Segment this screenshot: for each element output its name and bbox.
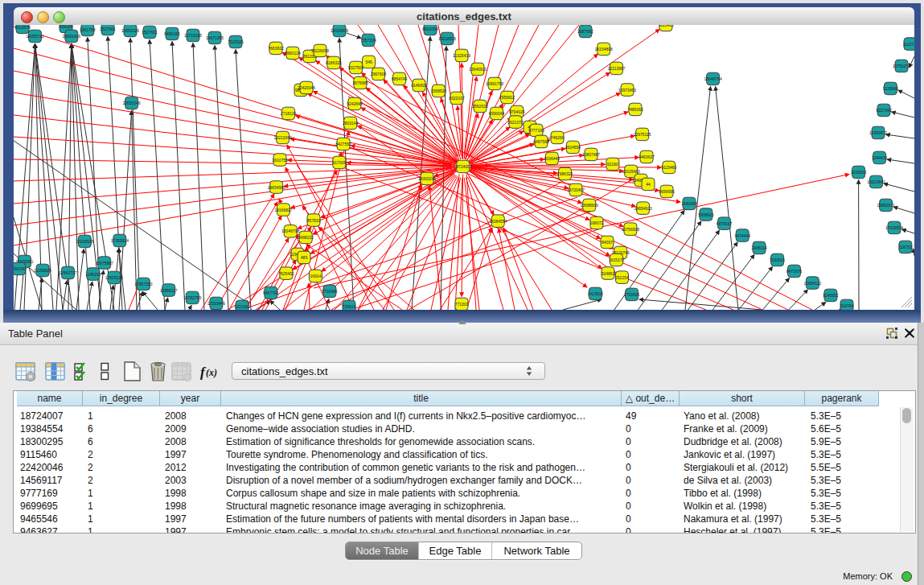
svg-text:12213369: 12213369	[273, 135, 291, 140]
svg-text:12505135: 12505135	[105, 275, 123, 280]
svg-text:524861: 524861	[602, 271, 615, 276]
svg-text:16782759: 16782759	[183, 295, 201, 300]
svg-text:116753: 116753	[899, 245, 913, 249]
svg-text:8322037: 8322037	[449, 96, 465, 101]
svg-text:62160: 62160	[607, 162, 618, 167]
svg-text:22420046: 22420046	[298, 85, 315, 90]
svg-text:8990044: 8990044	[489, 111, 505, 116]
svg-text:11325419: 11325419	[453, 53, 470, 58]
svg-text:917006: 917006	[332, 160, 346, 165]
svg-text:746266: 746266	[551, 135, 565, 140]
svg-text:14055721: 14055721	[26, 34, 43, 39]
svg-text:9716485: 9716485	[322, 289, 338, 294]
svg-text:10973493: 10973493	[618, 88, 636, 93]
svg-text:1145195: 1145195	[85, 272, 101, 277]
svg-text:3624554: 3624554	[565, 145, 581, 150]
svg-text:15720407: 15720407	[567, 187, 585, 192]
svg-text:11156829: 11156829	[34, 268, 51, 273]
svg-text:12323446: 12323446	[207, 301, 225, 306]
svg-text:6466160: 6466160	[164, 31, 180, 36]
svg-text:12942737: 12942737	[59, 270, 76, 275]
svg-text:19384554: 19384554	[489, 219, 507, 224]
svg-text:8854749: 8854749	[392, 76, 408, 81]
svg-text:9327508: 9327508	[348, 65, 364, 70]
svg-text:9463627: 9463627	[639, 154, 655, 159]
svg-text:19218506: 19218506	[438, 36, 456, 41]
svg-text:9777169: 9777169	[528, 128, 544, 133]
svg-text:7485063: 7485063	[627, 107, 643, 112]
svg-text:19654923: 19654923	[634, 206, 651, 211]
svg-text:39154: 39154	[14, 266, 25, 271]
svg-text:1413616: 1413616	[588, 291, 604, 296]
svg-text:(x): (x)	[206, 367, 217, 378]
svg-text:771301: 771301	[455, 302, 469, 307]
svg-text:9113465: 9113465	[658, 25, 673, 27]
svg-text:2803144: 2803144	[343, 121, 359, 126]
svg-text:16671355: 16671355	[206, 35, 224, 40]
svg-text:7515526: 7515526	[228, 39, 244, 44]
svg-text:19654985: 19654985	[268, 185, 285, 190]
svg-text:2967608: 2967608	[371, 72, 387, 76]
svg-text:84067: 84067	[602, 240, 613, 245]
svg-text:13640910: 13640910	[469, 67, 487, 72]
svg-text:7663822: 7663822	[268, 46, 284, 51]
svg-text:15751074: 15751074	[893, 64, 910, 68]
svg-text:15692971: 15692971	[877, 203, 894, 208]
svg-text:9115460: 9115460	[661, 165, 676, 170]
svg-text:2935114: 2935114	[751, 245, 766, 250]
svg-text:3498222: 3498222	[298, 235, 314, 240]
svg-text:3675685: 3675685	[352, 80, 368, 85]
svg-text:44: 44	[646, 182, 651, 187]
svg-text:10961758: 10961758	[486, 81, 503, 86]
svg-text:9129966: 9129966	[883, 86, 899, 91]
svg-text:8427552: 8427552	[335, 142, 351, 146]
svg-text:6497568: 6497568	[533, 139, 549, 144]
svg-text:10688609: 10688609	[581, 203, 598, 208]
svg-text:16046798: 16046798	[281, 229, 299, 233]
svg-text:1201562: 1201562	[234, 304, 250, 309]
svg-text:916784: 916784	[840, 303, 854, 308]
svg-text:1112733: 1112733	[903, 42, 914, 47]
svg-text:16914: 16914	[310, 274, 321, 278]
svg-text:53226058: 53226058	[311, 48, 329, 53]
svg-text:1562615: 1562615	[472, 104, 488, 109]
svg-text:17957253: 17957253	[134, 282, 152, 286]
svg-text:7625402: 7625402	[278, 271, 294, 276]
svg-text:16033809: 16033809	[331, 28, 348, 33]
svg-text:10756928: 10756928	[622, 227, 639, 232]
svg-text:12093872: 12093872	[869, 130, 887, 135]
svg-text:939168: 939168	[60, 25, 73, 29]
svg-text:1244415: 1244415	[872, 155, 888, 160]
svg-text:7357224: 7357224	[360, 38, 376, 43]
svg-text:18300295: 18300295	[418, 176, 436, 181]
svg-text:2687682: 2687682	[577, 29, 593, 34]
svg-text:2036443: 2036443	[544, 156, 561, 161]
svg-text:7632621: 7632621	[770, 257, 786, 262]
svg-text:7955812: 7955812	[499, 95, 515, 100]
svg-text:9699695: 9699695	[659, 189, 675, 194]
svg-text:2718126: 2718126	[281, 111, 297, 116]
svg-text:3215933: 3215933	[851, 170, 867, 175]
svg-text:9146821: 9146821	[411, 83, 427, 88]
svg-text:1640954: 1640954	[681, 201, 697, 206]
svg-text:1621072: 1621072	[507, 120, 524, 125]
svg-text:8960124: 8960124	[285, 51, 301, 56]
svg-text:12975115: 12975115	[634, 132, 651, 137]
svg-text:16210643: 16210643	[867, 179, 885, 184]
svg-text:8186323: 8186323	[326, 60, 342, 65]
svg-text:10719185: 10719185	[184, 33, 202, 38]
svg-text:16648764: 16648764	[704, 76, 721, 81]
svg-text:546: 546	[365, 60, 372, 64]
svg-text:8813054: 8813054	[422, 27, 438, 31]
svg-text:19166827: 19166827	[274, 208, 292, 212]
svg-text:12213967: 12213967	[607, 66, 625, 71]
svg-text:20206536: 20206536	[76, 239, 93, 244]
svg-text:18724007: 18724007	[454, 164, 472, 169]
svg-text:16154808: 16154808	[595, 47, 613, 51]
svg-text:9245652: 9245652	[823, 293, 839, 298]
svg-text:9457791: 9457791	[263, 290, 279, 295]
svg-text:9474444: 9474444	[734, 233, 750, 238]
svg-text:20053346: 20053346	[122, 101, 140, 105]
svg-text:5938923: 5938923	[698, 212, 714, 217]
svg-text:10653326: 10653326	[121, 28, 139, 33]
